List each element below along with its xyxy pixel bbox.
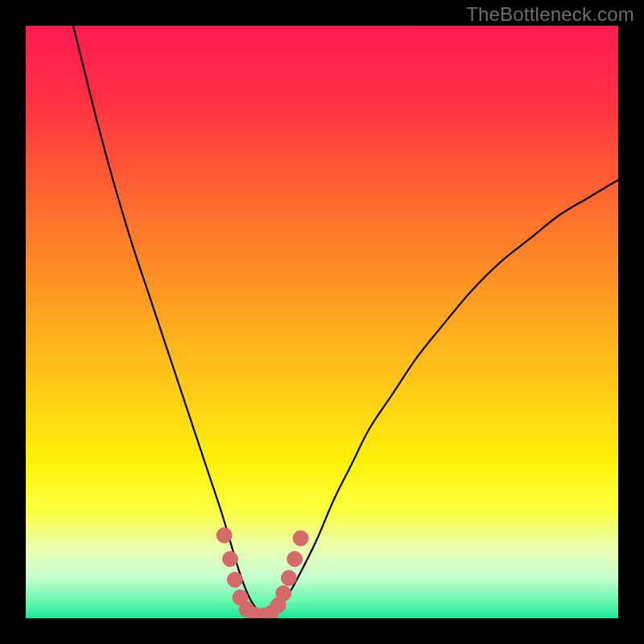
marker-point <box>227 572 242 588</box>
outer-frame: TheBottleneck.com <box>0 0 644 644</box>
marker-point <box>276 586 291 601</box>
marker-point <box>217 527 232 543</box>
marker-point <box>281 570 296 585</box>
marker-point <box>293 530 308 546</box>
plot-area <box>26 26 618 618</box>
chart-svg <box>26 26 618 618</box>
marker-point <box>222 551 237 567</box>
watermark-text: TheBottleneck.com <box>466 3 634 26</box>
marker-point <box>287 551 303 567</box>
